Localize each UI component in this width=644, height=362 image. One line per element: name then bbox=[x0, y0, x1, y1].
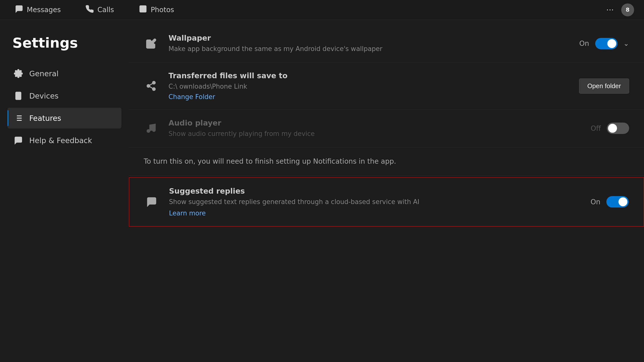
wallpaper-toggle[interactable] bbox=[595, 38, 618, 49]
audio-player-description: Show audio currently playing from my dev… bbox=[168, 129, 581, 138]
sidebar-item-general-label: General bbox=[29, 69, 58, 78]
audio-player-controls: Off bbox=[591, 123, 629, 134]
message-icon bbox=[15, 5, 23, 15]
transferred-files-controls: Open folder bbox=[579, 78, 629, 94]
photos-label: Photos bbox=[151, 6, 174, 14]
sidebar-item-features[interactable]: Features bbox=[8, 108, 122, 128]
wallpaper-content: Wallpaper Make app background the same a… bbox=[168, 34, 570, 53]
wallpaper-description: Make app background the same as my Andro… bbox=[168, 44, 570, 53]
audio-player-toggle-label: Off bbox=[591, 124, 601, 132]
svg-line-17 bbox=[150, 83, 153, 85]
suggested-replies-controls: On bbox=[590, 196, 629, 208]
sidebar-item-general[interactable]: General bbox=[8, 63, 122, 84]
messages-label: Messages bbox=[27, 6, 61, 14]
music-icon bbox=[144, 123, 158, 134]
svg-point-19 bbox=[153, 129, 155, 131]
wallpaper-setting-row: Wallpaper Make app background the same a… bbox=[129, 25, 644, 62]
transferred-files-content: Transferred files will save to C:\ ownlo… bbox=[168, 71, 569, 100]
photos-icon bbox=[139, 5, 147, 15]
calls-label: Calls bbox=[98, 6, 114, 14]
content-area: Wallpaper Make app background the same a… bbox=[129, 20, 644, 362]
suggested-replies-title: Suggested replies bbox=[169, 187, 580, 195]
sidebar-item-features-label: Features bbox=[29, 114, 61, 123]
transferred-files-setting-row: Transferred files will save to C:\ ownlo… bbox=[129, 62, 644, 109]
avatar-badge: 8 bbox=[626, 7, 630, 13]
transferred-files-title: Transferred files will save to bbox=[168, 71, 569, 80]
svg-point-18 bbox=[147, 130, 150, 132]
nav-calls[interactable]: Calls bbox=[80, 2, 119, 17]
share-icon bbox=[144, 80, 158, 91]
svg-point-14 bbox=[147, 85, 150, 87]
suggested-replies-learn-more[interactable]: Learn more bbox=[169, 209, 206, 217]
sidebar-item-help[interactable]: Help & Feedback bbox=[8, 130, 122, 151]
svg-point-1 bbox=[141, 7, 142, 8]
change-folder-link[interactable]: Change Folder bbox=[168, 93, 569, 100]
audio-player-content: Audio player Show audio currently playin… bbox=[168, 119, 581, 138]
sidebar-title: Settings bbox=[8, 35, 122, 51]
main-layout: Settings General Devices bbox=[0, 20, 644, 362]
avatar[interactable]: 8 bbox=[621, 3, 634, 16]
audio-player-title: Audio player bbox=[168, 119, 581, 127]
sidebar: Settings General Devices bbox=[0, 20, 129, 362]
gear-icon bbox=[14, 69, 23, 78]
suggested-replies-toggle[interactable] bbox=[606, 196, 629, 208]
nav-messages[interactable]: Messages bbox=[10, 2, 66, 17]
help-icon bbox=[14, 135, 23, 145]
suggested-replies-toggle-label: On bbox=[590, 198, 600, 206]
open-folder-button[interactable]: Open folder bbox=[579, 78, 629, 94]
sidebar-item-devices[interactable]: Devices bbox=[8, 85, 122, 106]
wallpaper-controls: On ⌄ bbox=[579, 38, 629, 49]
more-button[interactable]: ··· bbox=[604, 3, 616, 17]
audio-player-setting-row: Audio player Show audio currently playin… bbox=[129, 110, 644, 147]
audio-player-toggle[interactable] bbox=[607, 123, 629, 134]
svg-point-15 bbox=[153, 88, 155, 90]
svg-line-16 bbox=[150, 87, 153, 88]
audio-player-toggle-thumb bbox=[608, 124, 617, 133]
chat-refresh-icon bbox=[144, 196, 159, 207]
features-icon bbox=[14, 113, 23, 123]
topbar-right: ··· 8 bbox=[604, 3, 634, 17]
suggested-replies-content: Suggested replies Show suggested text re… bbox=[169, 187, 580, 217]
wallpaper-expand-arrow[interactable]: ⌄ bbox=[624, 39, 629, 47]
suggested-replies-description: Show suggested text replies generated th… bbox=[169, 197, 580, 206]
topbar: Messages Calls Photos ··· 8 bbox=[0, 0, 644, 20]
suggested-replies-toggle-thumb bbox=[618, 197, 628, 206]
wallpaper-title: Wallpaper bbox=[168, 34, 570, 42]
suggested-replies-setting-row: Suggested replies Show suggested text re… bbox=[129, 177, 644, 226]
wallpaper-toggle-label: On bbox=[579, 39, 589, 47]
notification-text: To turn this on, you will need to finish… bbox=[144, 157, 396, 165]
transferred-files-path: C:\ ownloads\Phone Link bbox=[168, 82, 569, 91]
pencil-icon bbox=[144, 38, 158, 49]
device-icon bbox=[14, 91, 23, 101]
svg-point-13 bbox=[153, 81, 155, 84]
sidebar-item-devices-label: Devices bbox=[29, 92, 58, 100]
wallpaper-toggle-thumb bbox=[607, 39, 616, 48]
nav-photos[interactable]: Photos bbox=[134, 2, 179, 17]
phone-icon bbox=[86, 5, 94, 15]
sidebar-item-help-label: Help & Feedback bbox=[29, 136, 92, 145]
notification-text-block: To turn this on, you will need to finish… bbox=[129, 147, 644, 176]
